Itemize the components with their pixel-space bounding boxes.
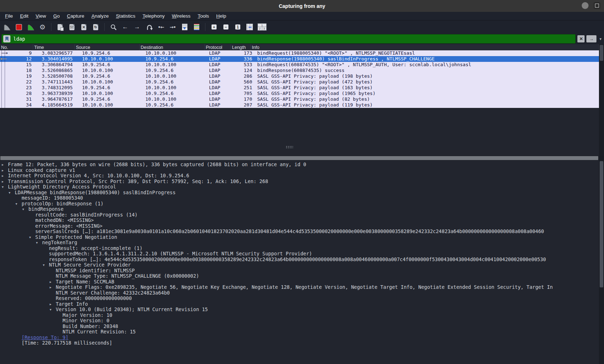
- collapse-icon[interactable]: ▾: [22, 206, 28, 212]
- open-file-icon[interactable]: [56, 23, 64, 31]
- column-header-source[interactable]: Source: [75, 44, 140, 50]
- filter-clear-button[interactable]: ✕: [577, 35, 585, 42]
- detail-line[interactable]: negResult: accept-incomplete (1): [0, 246, 599, 251]
- detail-line[interactable]: ▾Lightweight Directory Access Protocol: [0, 184, 599, 190]
- packet-row-22[interactable]: 223.74711144310.10.0.10010.9.254.6LDAP56…: [0, 79, 599, 85]
- collapse-icon[interactable]: ▾: [9, 190, 15, 196]
- display-filter-input[interactable]: [13, 36, 574, 42]
- detail-line[interactable]: ▾protocolOp: bindResponse (1): [0, 201, 599, 207]
- detail-line[interactable]: Major Version: 10: [0, 313, 599, 318]
- detail-line[interactable]: messageID: 1988005340: [0, 195, 599, 201]
- restart-capture-icon[interactable]: [27, 23, 35, 31]
- filter-bookmark-button[interactable]: [3, 35, 10, 42]
- detail-line[interactable]: resultCode: saslBindInProgress (14): [0, 212, 599, 218]
- detail-line[interactable]: matchedDN: <MISSING>: [0, 218, 599, 223]
- go-last-icon[interactable]: →•: [169, 23, 177, 31]
- maximize-button[interactable]: [594, 2, 600, 9]
- packet-row-12[interactable]: 123.30401409510.10.0.10010.9.254.6LDAP33…: [0, 56, 599, 62]
- menu-item-telephony[interactable]: Telephony: [139, 13, 168, 19]
- layout-icon[interactable]: 123: [258, 23, 267, 31]
- detail-line[interactable]: ▾Version 10.0 (Build 20348); NTLM Curren…: [0, 307, 599, 313]
- packet-list-hscroll-thumb[interactable]: [0, 156, 598, 160]
- detail-line[interactable]: ▾NTLM Secure Service Provider: [0, 262, 599, 268]
- display-filter-field[interactable]: [1, 34, 576, 44]
- menu-item-analyze[interactable]: Analyze: [88, 13, 112, 19]
- expand-icon[interactable]: ▸: [50, 279, 56, 285]
- detail-line[interactable]: NTLMSSP identifier: NTLMSSP: [0, 268, 599, 274]
- go-first-icon[interactable]: •←: [157, 23, 165, 31]
- column-header-destination[interactable]: Destination: [140, 44, 205, 50]
- collapse-icon[interactable]: ▾: [43, 262, 49, 268]
- detail-line[interactable]: errorMessage: <MISSING>: [0, 223, 599, 229]
- menu-item-help[interactable]: Help: [213, 13, 230, 19]
- go-to-packet-icon[interactable]: [145, 23, 153, 31]
- stop-capture-icon[interactable]: [15, 23, 23, 31]
- detail-line[interactable]: NTLM Server Challenge: 42332c24823a64b0: [0, 290, 599, 296]
- menu-item-statistics[interactable]: Statistics: [112, 13, 139, 19]
- detail-vscroll-thumb[interactable]: [600, 161, 603, 287]
- column-header-info[interactable]: Info: [251, 44, 599, 50]
- detail-line[interactable]: responseToken […]: 4e544c4d5353500002000…: [0, 257, 599, 263]
- filter-apply-button[interactable]: →: [586, 35, 596, 42]
- detail-line[interactable]: Build Number: 20348: [0, 324, 599, 329]
- expand-icon[interactable]: ▸: [50, 285, 56, 290]
- expand-icon[interactable]: ▸: [2, 179, 8, 185]
- detail-line[interactable]: ▾Simple Protected Negotiation: [0, 235, 599, 240]
- column-header-time[interactable]: Time: [33, 44, 75, 50]
- detail-line[interactable]: Minor Version: 0: [0, 318, 599, 324]
- pane-splitter-grip[interactable]: [286, 146, 294, 149]
- zoom-out-icon[interactable]: −: [222, 23, 230, 31]
- packet-row-18[interactable]: 183.52608686510.10.0.10010.9.254.6LDAP12…: [0, 68, 599, 73]
- packet-list-vscrollbar[interactable]: [599, 44, 604, 156]
- detail-line[interactable]: ▸Target Info: [0, 301, 599, 307]
- close-file-icon[interactable]: ✕: [80, 23, 88, 31]
- detail-line[interactable]: ▸Frame 12: Packet, 336 bytes on wire (26…: [0, 162, 599, 168]
- packet-row-34[interactable]: 344.18566451910.10.0.10010.9.254.6LDAP20…: [0, 102, 599, 108]
- collapse-icon[interactable]: ▾: [50, 307, 56, 313]
- response-to-link[interactable]: [Response To: 9]: [22, 335, 68, 341]
- expand-icon[interactable]: ▸: [2, 168, 8, 173]
- zoom-in-icon[interactable]: +: [210, 23, 218, 31]
- capture-options-icon[interactable]: ⚙: [38, 23, 46, 31]
- save-file-icon[interactable]: 010101: [68, 23, 76, 31]
- go-forward-icon[interactable]: →: [133, 23, 141, 31]
- detail-line[interactable]: ▸Internet Protocol Version 4, Src: 10.10…: [0, 173, 599, 179]
- detail-line[interactable]: ▸Negotiate Flags: 0xe2898235, Negotiate …: [0, 285, 599, 290]
- menu-item-go[interactable]: Go: [50, 13, 63, 19]
- detail-line[interactable]: ▾bindResponse: [0, 206, 599, 212]
- resize-columns-icon[interactable]: ▸◂: [246, 23, 254, 31]
- menu-item-wireless[interactable]: Wireless: [168, 13, 194, 19]
- menu-item-capture[interactable]: Capture: [63, 13, 88, 19]
- start-capture-icon[interactable]: [3, 23, 11, 31]
- auto-scroll-icon[interactable]: [181, 23, 189, 31]
- packet-list-hscrollbar[interactable]: [0, 156, 604, 160]
- packet-row-9[interactable]: 93.08329657710.9.254.610.10.0.100LDAP173…: [0, 50, 599, 56]
- expand-icon[interactable]: ▸: [2, 173, 8, 179]
- minimize-button[interactable]: [582, 2, 589, 9]
- collapse-icon[interactable]: ▾: [2, 184, 8, 190]
- collapse-icon[interactable]: ▾: [15, 201, 22, 207]
- filter-dropdown-caret[interactable]: ▾: [598, 37, 603, 41]
- find-packet-icon[interactable]: [109, 23, 117, 31]
- detail-line[interactable]: Reserved: 0000000000000000: [0, 296, 599, 301]
- menu-item-file[interactable]: File: [1, 13, 17, 19]
- reload-file-icon[interactable]: ↻: [92, 23, 100, 31]
- packet-row-28[interactable]: 283.96373893910.10.0.10010.9.254.6LDAP70…: [0, 91, 599, 96]
- column-header-protocol[interactable]: Protocol: [205, 44, 231, 50]
- go-back-icon[interactable]: ←: [121, 23, 129, 31]
- detail-line[interactable]: ▾negTokenTarg: [0, 240, 599, 246]
- packet-row-31[interactable]: 313.96478761710.9.254.610.10.0.100LDAP17…: [0, 96, 599, 102]
- detail-line[interactable]: NTLM Message Type: NTLMSSP_CHALLENGE (0x…: [0, 273, 599, 279]
- detail-line[interactable]: [Time: 220.717518 milliseconds]: [0, 340, 599, 346]
- collapse-icon[interactable]: ▾: [36, 240, 42, 246]
- expand-icon[interactable]: ▸: [50, 301, 56, 307]
- detail-line[interactable]: serverSaslCreds […]: a181ec3081e9a0030a0…: [0, 229, 599, 235]
- collapse-icon[interactable]: ▾: [29, 235, 35, 240]
- menu-item-tools[interactable]: Tools: [194, 13, 213, 19]
- menu-item-edit[interactable]: Edit: [17, 13, 32, 19]
- zoom-100-icon[interactable]: 1: [234, 23, 242, 31]
- detail-line[interactable]: supportedMech: 1.3.6.1.4.1.311.2.2.10 (N…: [0, 251, 599, 257]
- detail-line[interactable]: ▸Target Name: SCCMLAB: [0, 279, 599, 285]
- detail-vscrollbar[interactable]: [599, 160, 604, 364]
- detail-line[interactable]: ▸Linux cooked capture v1: [0, 168, 599, 173]
